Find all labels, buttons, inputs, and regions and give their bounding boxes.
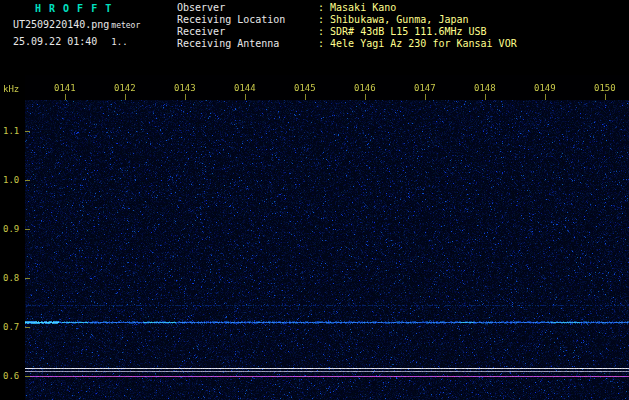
info-row: Receiving Location: Shibukawa, Gunma, Ja… (177, 14, 517, 26)
x-tick-label: 0142 (114, 83, 136, 93)
info-label: Receiving Antenna (177, 38, 318, 50)
y-tick-label: 0.9 (3, 224, 19, 234)
y-tick-label: 0.7 (3, 322, 19, 332)
info-label: Receiver (177, 26, 318, 38)
info-row: Observer: Masaki Kano (177, 2, 517, 14)
x-tick-label: 0144 (234, 83, 256, 93)
y-tick-label: 1.1 (3, 126, 19, 136)
station-info: Observer: Masaki KanoReceiving Location:… (177, 2, 517, 50)
info-value: : 4ele Yagi Az 230 for Kansai VOR (318, 38, 517, 50)
info-label: Observer (177, 2, 318, 14)
info-label: Receiving Location (177, 14, 318, 26)
spectrogram-plot: 0141014201430144014501460147014801490150 (25, 75, 629, 400)
hrofft-screen: H R O F F T UT2509220140.pngmeteor 25.09… (0, 0, 629, 400)
filename: UT2509220140.png (13, 19, 109, 30)
time-line: 25.09.22 01:401.. (13, 36, 128, 47)
y-axis-unit: kHz (3, 84, 19, 94)
timestamp: 25.09.22 01:40 (13, 36, 97, 47)
info-row: Receiver: SDR# 43dB L15 111.6MHz USB (177, 26, 517, 38)
info-value: : SDR# 43dB L15 111.6MHz USB (318, 26, 487, 38)
x-tick-label: 0141 (54, 83, 76, 93)
x-tick-label: 0147 (414, 83, 436, 93)
app-title: H R O F F T (35, 3, 112, 14)
y-tick-label: 0.8 (3, 273, 19, 283)
y-tick-label: 1.0 (3, 175, 19, 185)
spectrogram-canvas (25, 75, 629, 400)
info-value: : Shibukawa, Gunma, Japan (318, 14, 469, 26)
x-tick-label: 0145 (294, 83, 316, 93)
info-row: Receiving Antenna: 4ele Yagi Az 230 for … (177, 38, 517, 50)
x-tick-label: 0149 (534, 83, 556, 93)
info-value: : Masaki Kano (318, 2, 396, 14)
x-tick-label: 0143 (174, 83, 196, 93)
file-line: UT2509220140.pngmeteor (13, 19, 140, 30)
x-tick-label: 0150 (594, 83, 616, 93)
mode-label: meteor (111, 21, 140, 30)
image-counter: 1.. (111, 37, 127, 47)
x-tick-label: 0148 (474, 83, 496, 93)
y-tick-label: 0.6 (3, 371, 19, 381)
x-tick-label: 0146 (354, 83, 376, 93)
